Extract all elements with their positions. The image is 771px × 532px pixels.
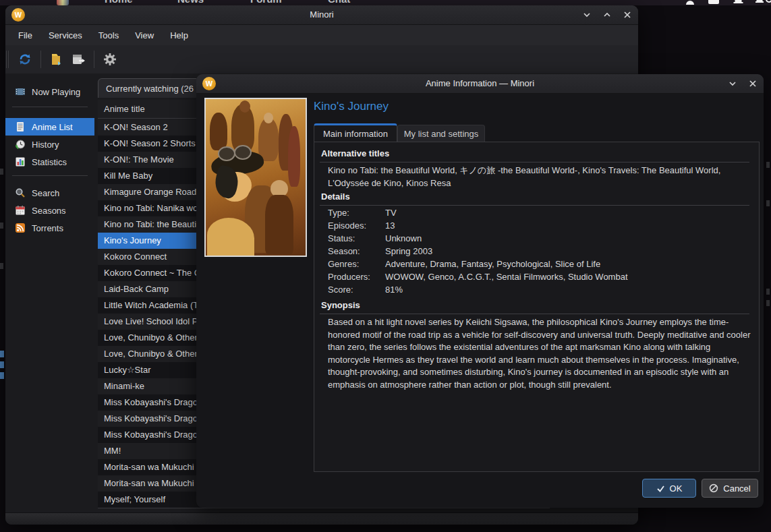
background-fragment [0, 169, 3, 175]
toolbar-grip [6, 51, 7, 68]
maximize-button[interactable] [602, 9, 612, 20]
detail-value: Spring 2003 [385, 246, 432, 256]
detail-label: Score: [328, 285, 353, 295]
calendar-icon [15, 205, 26, 216]
detail-label: Season: [328, 246, 360, 256]
synopsis-text: Based on a hit light novel series by Kei… [328, 316, 751, 391]
synchronize-button[interactable] [14, 49, 36, 70]
search-icon[interactable] [765, 0, 771, 5]
main-window-title: Minori [5, 5, 638, 24]
dialog-close-button[interactable] [747, 78, 758, 89]
sidebar-item-search[interactable]: Search [5, 184, 94, 202]
folder-icon [49, 52, 64, 67]
dialog-title-bar[interactable]: W Anime Information — Minori [196, 74, 764, 94]
main-title-bar[interactable]: W Minori [5, 5, 638, 25]
toolbar-separator [40, 51, 41, 68]
document-icon [15, 121, 26, 132]
history-icon [15, 139, 26, 150]
check-icon [656, 484, 665, 493]
sidebar-item-now-playing[interactable]: Now Playing [5, 83, 94, 100]
sidebar-separator [12, 175, 88, 176]
main-information-panel: Alternative titles Kino no Tabi: the Bea… [314, 142, 760, 472]
section-divider [320, 205, 749, 206]
menu-services[interactable]: Services [42, 28, 89, 43]
background-fragment [0, 361, 4, 368]
tab-main-information[interactable]: Main information [314, 123, 397, 142]
sidebar-item-statistics[interactable]: Statistics [5, 153, 94, 171]
menu-view[interactable]: View [128, 28, 161, 43]
messages-icon[interactable] [708, 0, 720, 5]
detail-label: Episodes: [328, 220, 366, 231]
sidebar-label: Torrents [32, 223, 63, 233]
bell-icon[interactable] [755, 0, 764, 5]
background-fragment [0, 263, 3, 269]
close-button[interactable] [622, 9, 633, 20]
background-fragment [0, 351, 4, 357]
toolbar-separator [94, 51, 94, 68]
sidebar-label: History [32, 140, 59, 150]
sidebar-label: Search [32, 188, 59, 198]
detail-value: Unknown [385, 233, 422, 243]
menu-bar: File Services Tools View Help [5, 25, 638, 45]
sidebar-item-history[interactable]: History [5, 136, 94, 153]
sidebar-item-torrents[interactable]: Torrents [5, 219, 94, 237]
tab-label: Main information [323, 129, 388, 139]
dialog-minimize-button[interactable] [727, 78, 738, 89]
toolbar [5, 45, 638, 73]
menu-tools[interactable]: Tools [92, 28, 125, 43]
ok-label: OK [670, 483, 683, 494]
folder-button[interactable] [46, 49, 67, 70]
nav-forum[interactable]: Forum [250, 0, 282, 5]
site-logo [57, 0, 69, 5]
background-fragment [766, 300, 770, 306]
gear-icon [103, 52, 117, 67]
detail-label: Genres: [328, 259, 359, 269]
menu-file[interactable]: File [11, 28, 39, 43]
minimize-button[interactable] [581, 9, 592, 20]
rss-icon [15, 223, 26, 233]
background-fragment [0, 372, 4, 379]
section-divider [320, 162, 749, 162]
synopsis-heading: Synopsis [321, 300, 360, 310]
background-fragment [766, 162, 770, 168]
settings-button[interactable] [99, 49, 121, 70]
anime-poster-image [204, 98, 307, 257]
user-icon[interactable] [685, 0, 695, 5]
anime-information-dialog: W Anime Information — Minori Kino's Jour… [196, 74, 764, 508]
nav-home[interactable]: Home [105, 0, 133, 5]
menu-help[interactable]: Help [163, 28, 195, 43]
dialog-title: Anime Information — Minori [196, 74, 764, 93]
background-fragment [766, 289, 770, 295]
background-nav-bar: Home News Forum Chat [0, 0, 771, 5]
cancel-button[interactable]: Cancel [702, 479, 758, 498]
film-icon [15, 86, 26, 97]
detail-value: 81% [385, 285, 403, 295]
detail-value: 13 [385, 220, 395, 231]
export-button[interactable] [67, 49, 89, 70]
detail-label: Producers: [328, 272, 370, 282]
background-fragment [766, 200, 770, 206]
detail-label: Status: [328, 233, 355, 243]
tab-my-list-and-settings[interactable]: My list and settings [397, 125, 485, 142]
tab-label: My list and settings [404, 129, 479, 139]
toolbar-grip [8, 51, 9, 68]
background-fragment [0, 223, 3, 229]
sidebar-separator [12, 107, 88, 107]
sidebar-item-seasons[interactable]: Seasons [5, 202, 94, 219]
sidebar-label: Anime List [32, 122, 73, 132]
ok-button[interactable]: OK [642, 479, 696, 498]
alternative-titles-heading: Alternative titles [321, 148, 389, 158]
sidebar-item-anime-list[interactable]: Anime List [5, 118, 94, 136]
notifications-icon[interactable] [733, 0, 743, 5]
nav-chat[interactable]: Chat [328, 0, 350, 5]
detail-value: WOWOW, Genco, A.C.G.T., Sentai Filmworks… [385, 272, 628, 282]
sidebar-label: Now Playing [32, 87, 80, 97]
dialog-anime-title: Kino's Journey [314, 100, 389, 113]
cancel-icon [709, 483, 718, 493]
details-heading: Details [321, 191, 350, 202]
detail-value: TV [385, 208, 397, 218]
refresh-icon [18, 52, 32, 67]
detail-value: Adventure, Drama, Fantasy, Psychological… [385, 259, 600, 269]
status-bar [5, 512, 638, 525]
nav-news[interactable]: News [177, 0, 204, 5]
